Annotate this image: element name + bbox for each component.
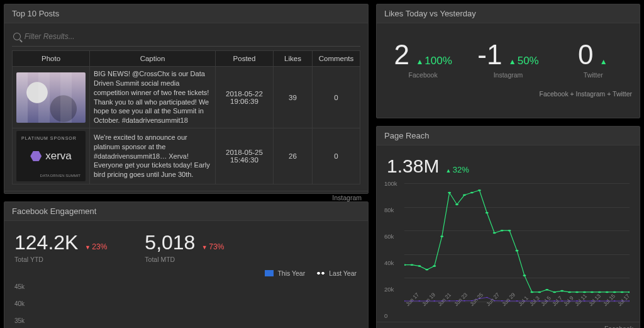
metric-value: 2 bbox=[394, 41, 409, 69]
svg-point-17 bbox=[530, 291, 533, 293]
metric-label: Instagram bbox=[465, 71, 550, 79]
metric-label: Facebook bbox=[380, 71, 465, 79]
metric-value: 5,018 bbox=[145, 231, 195, 254]
svg-point-1 bbox=[410, 264, 413, 266]
hex-icon bbox=[30, 151, 42, 161]
filter-row bbox=[12, 30, 360, 47]
svg-point-12 bbox=[493, 232, 496, 234]
svg-point-11 bbox=[486, 212, 489, 214]
svg-point-28 bbox=[613, 291, 616, 293]
metric-delta: 73% bbox=[202, 242, 224, 251]
posts-table: Photo Caption Posted Likes Comments BIG … bbox=[12, 50, 360, 184]
cell-likes: 39 bbox=[274, 67, 313, 128]
legend-label: Last Year bbox=[329, 269, 357, 277]
metric-delta: 50% bbox=[509, 55, 539, 67]
chart-legend: This Year Last Year bbox=[12, 269, 360, 277]
svg-point-14 bbox=[508, 230, 511, 232]
filter-input[interactable] bbox=[25, 32, 359, 41]
legend-last-year[interactable]: Last Year bbox=[316, 269, 357, 277]
search-icon bbox=[13, 33, 21, 40]
likes-twitter: 0 Twitter bbox=[551, 41, 636, 79]
svg-point-23 bbox=[575, 291, 579, 293]
svg-point-9 bbox=[470, 192, 474, 194]
reach-panel: Page Reach 1.38M 32% Jun 17Jun 19Jun 21J… bbox=[376, 126, 640, 328]
top-posts-panel: Top 10 Posts Photo Caption Posted Likes … bbox=[4, 4, 369, 194]
svg-point-27 bbox=[606, 291, 609, 293]
svg-point-0 bbox=[404, 264, 406, 266]
sponsor-name: xerva bbox=[45, 150, 72, 162]
y-tick: 0 bbox=[384, 312, 387, 319]
sponsor-badge: PLATINUM SPONSOR bbox=[21, 136, 77, 140]
y-tick: 40k bbox=[14, 300, 360, 307]
cell-photo: PLATINUM SPONSOR xerva DATA DRIVEN SUMMI… bbox=[13, 128, 90, 184]
post-thumbnail bbox=[16, 72, 86, 123]
cell-likes: 26 bbox=[274, 128, 313, 184]
reach-delta: 32% bbox=[445, 165, 469, 174]
svg-point-19 bbox=[545, 289, 548, 291]
panel-title: Likes Today vs Yesterday bbox=[377, 4, 640, 23]
sponsor-sub: DATA DRIVEN SUMMIT bbox=[40, 174, 80, 178]
svg-point-18 bbox=[538, 291, 541, 293]
y-tick: 60k bbox=[384, 233, 394, 240]
cell-comments: 0 bbox=[313, 128, 360, 184]
y-tick: 40k bbox=[384, 259, 394, 266]
likes-instagram: -1 50% Instagram bbox=[465, 41, 550, 79]
table-row[interactable]: PLATINUM SPONSOR xerva DATA DRIVEN SUMMI… bbox=[13, 128, 360, 184]
swatch-icon bbox=[316, 270, 325, 276]
svg-point-25 bbox=[591, 291, 594, 293]
metric-value: -1 bbox=[477, 41, 502, 69]
metric-delta bbox=[600, 55, 609, 67]
svg-point-21 bbox=[560, 290, 564, 292]
y-tick: 20k bbox=[384, 286, 394, 293]
cell-posted: 2018-05-22 19:06:39 bbox=[216, 67, 274, 128]
svg-point-2 bbox=[418, 265, 421, 267]
panel-title: Page Reach bbox=[377, 127, 640, 145]
cell-posted: 2018-05-25 15:46:30 bbox=[216, 128, 274, 184]
fb-engagement-panel: Facebook Engagement 124.2K 23% Total YTD… bbox=[4, 201, 369, 328]
cell-caption: We're excited to announce our platinum s… bbox=[90, 128, 216, 184]
reach-chart[interactable]: Jun 17Jun 19Jun 21Jun 23Jun 25Jun 27Jun … bbox=[384, 183, 632, 315]
panel-title: Top 10 Posts bbox=[4, 4, 368, 23]
reach-value: 1.38M bbox=[387, 156, 439, 177]
svg-point-29 bbox=[621, 291, 624, 293]
metric-value: 124.2K bbox=[14, 231, 78, 254]
svg-point-10 bbox=[478, 189, 481, 191]
svg-point-5 bbox=[440, 235, 443, 237]
y-tick: 35k bbox=[14, 317, 360, 324]
svg-point-8 bbox=[463, 194, 466, 196]
likes-panel: Likes Today vs Yesterday 2 100% Facebook… bbox=[376, 4, 640, 118]
metric-delta: 23% bbox=[85, 242, 107, 251]
metric-label: Twitter bbox=[551, 71, 636, 79]
svg-point-13 bbox=[501, 230, 504, 232]
y-tick: 80k bbox=[384, 206, 394, 213]
metric-delta: 100% bbox=[416, 55, 452, 67]
col-posted[interactable]: Posted bbox=[216, 51, 274, 67]
col-photo[interactable]: Photo bbox=[13, 51, 90, 67]
svg-point-22 bbox=[568, 291, 571, 293]
svg-point-16 bbox=[523, 274, 526, 276]
svg-point-15 bbox=[515, 250, 518, 252]
metric-mtd: 5,018 73% Total MTD bbox=[145, 231, 224, 263]
col-comments[interactable]: Comments bbox=[313, 51, 360, 67]
svg-point-3 bbox=[425, 269, 428, 271]
svg-point-20 bbox=[553, 291, 556, 293]
svg-point-4 bbox=[433, 265, 436, 267]
svg-point-30 bbox=[628, 291, 630, 293]
metric-ytd: 124.2K 23% Total YTD bbox=[14, 231, 107, 263]
col-caption[interactable]: Caption bbox=[90, 51, 216, 67]
panel-source: Facebook bbox=[377, 322, 640, 328]
legend-this-year[interactable]: This Year bbox=[265, 269, 305, 277]
cell-caption: BIG NEWS! @CrossChx is our Data Driven S… bbox=[90, 67, 216, 128]
col-likes[interactable]: Likes bbox=[274, 51, 313, 67]
y-axis-labels: 45k 40k 35k bbox=[12, 277, 360, 324]
likes-facebook: 2 100% Facebook bbox=[380, 41, 465, 79]
svg-point-6 bbox=[448, 192, 451, 194]
panel-title: Facebook Engagement bbox=[4, 202, 368, 221]
metric-label: Total MTD bbox=[145, 256, 224, 263]
cell-photo bbox=[13, 67, 90, 128]
likes-breakdown: Facebook + Instagram + Twitter bbox=[377, 88, 640, 104]
y-tick: 45k bbox=[14, 283, 360, 290]
swatch-icon bbox=[265, 270, 274, 276]
table-row[interactable]: BIG NEWS! @CrossChx is our Data Driven S… bbox=[13, 67, 360, 128]
legend-label: This Year bbox=[277, 269, 305, 277]
